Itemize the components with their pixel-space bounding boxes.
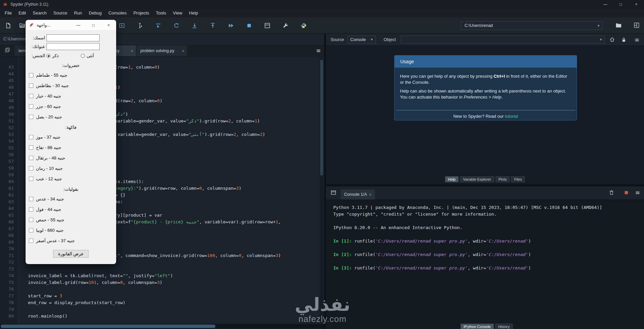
panes-layout-icon[interactable]	[634, 22, 640, 28]
product-checkbox-row[interactable]: بصل - 20 جنيه	[29, 114, 113, 120]
step-into-icon[interactable]	[190, 21, 199, 30]
product-checkbox-row[interactable]: بطاطس - 30 جنيه	[29, 82, 113, 89]
pane-icon[interactable]	[331, 190, 336, 195]
checkbox-icon[interactable]	[29, 156, 33, 160]
checkbox-icon[interactable]	[29, 177, 33, 181]
tab-help[interactable]: Help	[445, 176, 459, 182]
product-checkbox-row[interactable]: برتقال - 48 جنيه	[29, 155, 113, 161]
tab-plots[interactable]: Plots	[496, 176, 510, 182]
lock-icon[interactable]	[621, 37, 626, 42]
product-checkbox-row[interactable]: عنب - 12 جنيه	[29, 176, 113, 182]
tab-files[interactable]: Files	[511, 176, 525, 182]
menu-debug[interactable]: Debug	[86, 9, 105, 17]
product-checkbox-row[interactable]: عدس أصفر - 37 جنيه	[29, 237, 113, 244]
checkbox-icon[interactable]	[29, 197, 33, 201]
stop-icon[interactable]	[244, 21, 254, 30]
tk-close-button[interactable]: ×	[101, 20, 116, 31]
show-invoice-button[interactable]: عرض الفاتورة	[53, 250, 89, 258]
preferences-icon[interactable]	[281, 21, 290, 30]
checkbox-icon[interactable]	[29, 104, 33, 109]
help-source-combobox[interactable]: Console ▾	[347, 36, 376, 44]
help-object-combobox[interactable]: ▾	[401, 36, 605, 44]
chevron-down-icon[interactable]: ▾	[369, 37, 375, 42]
menu-edit[interactable]: Edit	[15, 9, 29, 17]
checkbox-icon[interactable]	[29, 94, 33, 98]
product-checkbox-row[interactable]: حمص - 55 جنيه	[29, 217, 113, 223]
tab-history[interactable]: History	[495, 324, 513, 329]
tkinter-app-window[interactable]: واجهة... — □ × اسمك: عنوانك: الجنس: ذكرأ…	[26, 20, 116, 264]
tk-title-bar[interactable]: واجهة... — □ ×	[26, 20, 116, 31]
editor-horizontal-scrollbar[interactable]	[0, 324, 324, 328]
console-options-icon[interactable]: ≡	[635, 189, 640, 196]
menu-help[interactable]: Help	[185, 9, 201, 17]
chevron-down-icon[interactable]: ▾	[598, 37, 604, 42]
tab-ipython-console[interactable]: IPython Console	[461, 324, 494, 329]
rerun-cell-icon[interactable]	[172, 21, 181, 30]
menu-file[interactable]: File	[1, 9, 15, 17]
menu-source[interactable]: Source	[50, 9, 71, 17]
menu-tools[interactable]: Tools	[152, 9, 169, 17]
checkbox-icon[interactable]	[29, 135, 33, 139]
product-checkbox-row[interactable]: تفاح - 86 جنيه	[29, 144, 113, 151]
run-cell-icon[interactable]	[154, 21, 163, 30]
minimize-button[interactable]: —	[598, 0, 613, 9]
help-options-icon[interactable]: ≡	[635, 36, 639, 43]
scrollbar-handle[interactable]	[320, 60, 323, 176]
product-checkbox-row[interactable]: موز - 37 جنيه	[29, 134, 113, 140]
checkbox-icon[interactable]	[29, 145, 33, 150]
tutorial-link[interactable]: tutorial	[505, 114, 518, 119]
scrollbar-handle[interactable]	[1, 325, 215, 328]
menu-search[interactable]: Search	[29, 9, 50, 17]
product-checkbox-row[interactable]: رمان - 10 جنيه	[29, 165, 113, 172]
product-checkbox-row[interactable]: عدس - 34 جنيه	[29, 196, 113, 202]
menu-consoles[interactable]: Consoles	[105, 9, 130, 17]
checkbox-icon[interactable]	[29, 218, 33, 222]
editor-vertical-scrollbar[interactable]	[320, 58, 324, 322]
browse-folder-icon[interactable]	[615, 22, 622, 29]
checkbox-icon[interactable]	[29, 73, 33, 77]
working-directory-combobox[interactable]: C:\Users\renad ▾	[461, 21, 602, 30]
new-file-icon[interactable]	[3, 21, 13, 30]
chevron-down-icon[interactable]: ▾	[595, 24, 602, 28]
checkbox-icon[interactable]	[29, 166, 33, 171]
checkbox-icon[interactable]	[29, 83, 33, 88]
console-tab[interactable]: Console 1/A ×	[341, 189, 375, 199]
checkbox-icon[interactable]	[29, 115, 33, 119]
python-logo-icon[interactable]	[299, 21, 308, 30]
checkbox-icon[interactable]	[29, 239, 33, 243]
editor-options-icon[interactable]: ≡	[316, 47, 321, 54]
tk-minimize-button[interactable]: —	[71, 20, 86, 31]
editor-tab-problen-solving-py[interactable]: problen solving.py×	[136, 45, 188, 56]
product-checkbox-row[interactable]: خيار - 40 جنيه	[29, 93, 113, 99]
interrupt-kernel-icon[interactable]	[623, 190, 629, 195]
console-output[interactable]: Python 3.11.7 | packaged by Anaconda, In…	[326, 200, 644, 329]
step-return-icon[interactable]	[208, 21, 217, 30]
menu-view[interactable]: View	[169, 9, 185, 17]
menu-run[interactable]: Run	[71, 9, 86, 17]
maximize-button[interactable]: □	[613, 0, 629, 9]
menu-projects[interactable]: Projects	[130, 9, 152, 17]
maximize-pane-icon[interactable]	[263, 21, 272, 30]
gender-radio[interactable]: أنثى	[81, 53, 94, 58]
checkbox-icon[interactable]	[29, 228, 33, 232]
tk-maximize-button[interactable]: □	[86, 20, 101, 31]
browse-tabs-button[interactable]	[0, 44, 14, 56]
product-checkbox-row[interactable]: لوبيا - 660 جنيه	[29, 227, 113, 233]
gender-radio[interactable]: ذكر	[46, 53, 59, 58]
product-checkbox-row[interactable]: فول - 44 جنيه	[29, 206, 113, 213]
close-tab-icon[interactable]: ×	[131, 48, 133, 53]
product-checkbox-row[interactable]: جزر - 60 جنيه	[29, 103, 113, 110]
run-selection-icon[interactable]	[135, 21, 145, 30]
close-button[interactable]: ×	[629, 0, 644, 9]
continue-icon[interactable]	[226, 21, 236, 30]
product-checkbox-row[interactable]: طماطم - 55 جنيه	[29, 72, 113, 78]
run-file-icon[interactable]	[117, 21, 127, 30]
tab-variable-explorer[interactable]: Variable Explorer	[460, 176, 494, 182]
name-input[interactable]	[46, 34, 100, 41]
close-tab-icon[interactable]: ×	[182, 48, 184, 53]
home-icon[interactable]	[609, 37, 615, 42]
close-tab-icon[interactable]: ×	[369, 192, 372, 197]
address-input[interactable]	[46, 43, 100, 50]
checkbox-icon[interactable]	[29, 207, 33, 212]
remove-console-icon[interactable]	[609, 190, 614, 195]
